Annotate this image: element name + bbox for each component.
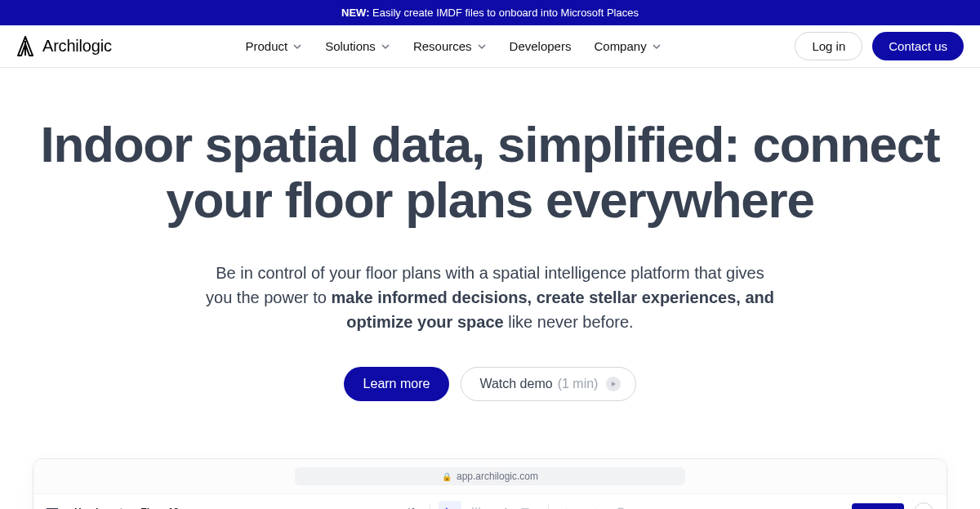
shape-tool-icon[interactable] [517, 501, 540, 509]
brand-name: Archilogic [42, 37, 112, 56]
pointer-tool-icon[interactable] [439, 501, 461, 509]
draw-tool-icon[interactable] [491, 501, 514, 509]
chevron-down-icon [292, 42, 302, 51]
app-preview-section: 🔒 app.archilogic.com Headquarter - Floor… [0, 426, 980, 509]
undo-icon[interactable] [557, 501, 580, 509]
play-icon [606, 377, 621, 391]
main-nav: Product Solutions Resources Developers C… [245, 39, 661, 53]
hero-sub-suffix: like never before. [504, 313, 634, 331]
chevron-down-icon [381, 42, 390, 51]
nav-developers[interactable]: Developers [510, 39, 572, 53]
history-icon[interactable] [609, 501, 632, 509]
divider [548, 504, 549, 509]
nav-company[interactable]: Company [594, 39, 661, 53]
nav-solutions[interactable]: Solutions [325, 39, 390, 53]
announcement-bar[interactable]: NEW: Easily create IMDF files to onboard… [0, 0, 980, 25]
toolbar-tools [399, 501, 632, 509]
logo-icon [16, 36, 34, 57]
chevron-down-icon [477, 42, 487, 51]
app-preview-window: 🔒 app.archilogic.com Headquarter - Floor… [33, 458, 947, 509]
select-tool-icon[interactable] [465, 501, 488, 509]
browser-urlbar: 🔒 app.archilogic.com [33, 459, 947, 494]
announcement-text: Easily create IMDF files to onboard into… [369, 7, 638, 19]
site-header: Archilogic Product Solutions Resources D… [0, 25, 980, 68]
brand-logo[interactable]: Archilogic [16, 36, 112, 57]
hero-title: Indoor spatial data, simplified: connect… [33, 117, 947, 228]
url-text: app.archilogic.com [457, 471, 538, 482]
layout-tool-icon[interactable] [399, 501, 421, 509]
watch-demo-label: Watch demo [479, 377, 552, 391]
watch-demo-hint: (1 min) [558, 377, 599, 391]
hero-cta-group: Learn more Watch demo (1 min) [33, 367, 947, 401]
chevron-down-icon [652, 42, 662, 51]
divider [430, 504, 430, 509]
nav-developers-label: Developers [510, 39, 572, 53]
nav-solutions-label: Solutions [325, 39, 376, 53]
learn-more-button[interactable]: Learn more [344, 367, 450, 401]
toolbar-right: Publish E ▾ [852, 502, 933, 509]
redo-icon[interactable] [583, 501, 606, 509]
contact-button[interactable]: Contact us [872, 32, 964, 60]
header-actions: Log in Contact us [795, 32, 964, 60]
user-avatar[interactable]: E ▾ [914, 502, 933, 509]
publish-button[interactable]: Publish [852, 503, 904, 509]
nav-resources[interactable]: Resources [413, 39, 487, 53]
lock-icon: 🔒 [442, 472, 452, 481]
watch-demo-button[interactable]: Watch demo (1 min) [461, 367, 636, 401]
hero-section: Indoor spatial data, simplified: connect… [0, 68, 980, 426]
nav-company-label: Company [594, 39, 646, 53]
announcement-prefix: NEW: [341, 7, 369, 19]
nav-resources-label: Resources [413, 39, 472, 53]
app-toolbar: Headquarter - Floor 18 Publish E ▾ [33, 494, 947, 509]
nav-product[interactable]: Product [245, 39, 302, 53]
hero-subtitle: Be in control of your floor plans with a… [204, 261, 776, 334]
nav-product-label: Product [245, 39, 287, 53]
url-pill: 🔒 app.archilogic.com [295, 467, 685, 485]
login-button[interactable]: Log in [795, 32, 862, 60]
